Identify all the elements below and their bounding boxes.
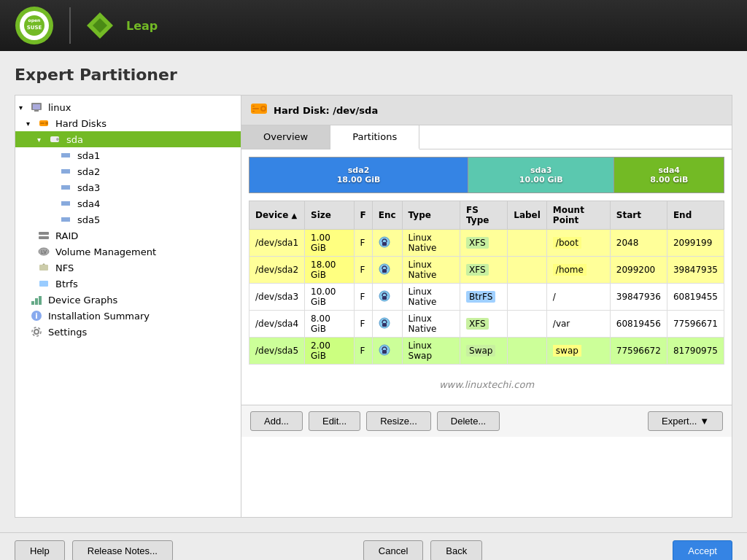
sidebar-item-volume-mgmt[interactable]: LV Volume Management [15, 244, 241, 260]
col-device[interactable]: Device ▲ [249, 201, 305, 230]
svg-point-32 [32, 327, 41, 336]
table-row[interactable]: /dev/sda5 2.00 GiB F Linux Swap Swap swa… [249, 338, 724, 365]
svg-rect-28 [39, 296, 42, 305]
add-button[interactable]: Add... [250, 411, 303, 431]
col-type[interactable]: Type [402, 201, 460, 230]
sidebar-item-raid[interactable]: RAID [15, 228, 241, 244]
cell-end: 39847935 [667, 257, 724, 284]
cell-end: 2099199 [667, 230, 724, 257]
header-divider [69, 7, 71, 44]
partition-icon-sda2 [60, 166, 74, 177]
svg-rect-17 [61, 185, 70, 190]
cancel-button[interactable]: Cancel [363, 540, 423, 560]
opensuse-logo-svg: open SUSE [15, 6, 55, 46]
col-size[interactable]: Size [305, 201, 354, 230]
cell-label [508, 284, 547, 311]
cell-size: 10.00 GiB [305, 284, 354, 311]
expert-button[interactable]: Expert... ▼ [648, 411, 723, 431]
table-row[interactable]: /dev/sda4 8.00 GiB F Linux Native XFS /v… [249, 311, 724, 338]
sidebar-item-btrfs[interactable]: Btrfs [15, 276, 241, 292]
sidebar-item-nfs[interactable]: NFS [15, 260, 241, 276]
svg-rect-44 [382, 296, 387, 300]
partition-table: Device ▲ Size F Enc Type FS Type Label M… [249, 201, 724, 365]
page-title: Expert Partitioner [15, 66, 732, 84]
right-panel: Hard Disk: /dev/sda Overview Partitions … [241, 95, 732, 518]
table-row[interactable]: /dev/sda2 18.00 GiB F Linux Native XFS /… [249, 257, 724, 284]
sidebar-item-sda2[interactable]: sda2 [15, 163, 241, 179]
sidebar-item-hard-disks[interactable]: ▾ Hard Disks [15, 115, 241, 131]
cell-type: Linux Swap [402, 338, 460, 365]
edit-button[interactable]: Edit... [309, 411, 360, 431]
cell-start: 2048 [610, 230, 667, 257]
back-button[interactable]: Back [430, 540, 482, 560]
disk-icon [49, 133, 63, 145]
bottom-actions: Add... Edit... Resize... Delete... Exper… [241, 405, 732, 437]
cell-enc [372, 257, 402, 284]
sidebar-item-linux[interactable]: ▾ linux [15, 99, 241, 115]
sidebar-item-sda[interactable]: ▾ sda [15, 131, 241, 147]
cell-size: 1.00 GiB [305, 230, 354, 257]
release-notes-button[interactable]: Release Notes... [72, 540, 173, 560]
col-mount[interactable]: Mount Point [546, 201, 610, 230]
table-row[interactable]: /dev/sda1 1.00 GiB F Linux Native XFS /b… [249, 230, 724, 257]
cell-label [508, 311, 547, 338]
cell-enc [372, 230, 402, 257]
tab-overview[interactable]: Overview [241, 125, 330, 149]
leap-logo: Leap [85, 11, 158, 40]
expert-btn-container: Expert... ▼ [648, 411, 723, 431]
svg-rect-18 [61, 201, 70, 206]
tab-partitions[interactable]: Partitions [330, 125, 419, 149]
cell-f: F [354, 338, 372, 365]
svg-text:SUSE: SUSE [27, 25, 42, 31]
table-body: /dev/sda1 1.00 GiB F Linux Native XFS /b… [249, 230, 724, 365]
sidebar-label-btrfs: Btrfs [55, 279, 78, 289]
hd-icon-panel [250, 101, 268, 119]
cell-fstype: BtrFS [460, 284, 508, 311]
col-end[interactable]: End [667, 201, 724, 230]
cell-f: F [354, 230, 372, 257]
table-row[interactable]: /dev/sda3 10.00 GiB F Linux Native BtrFS… [249, 284, 724, 311]
cell-type: Linux Native [402, 230, 460, 257]
svg-rect-8 [33, 104, 40, 109]
svg-rect-40 [382, 242, 387, 246]
accept-button[interactable]: Accept [673, 540, 732, 560]
sidebar-item-settings[interactable]: Settings [15, 324, 241, 340]
sidebar-label-sda2: sda2 [77, 166, 100, 177]
sidebar-label-sda4: sda4 [77, 198, 100, 209]
cell-size: 18.00 GiB [305, 257, 354, 284]
svg-rect-21 [39, 236, 49, 239]
help-button[interactable]: Help [15, 540, 65, 560]
tree-arrow-harddisks: ▾ [26, 120, 38, 128]
col-enc[interactable]: Enc [372, 201, 402, 230]
col-f[interactable]: F [354, 201, 372, 230]
sidebar-item-sda5[interactable]: sda5 [15, 211, 241, 228]
col-label[interactable]: Label [508, 201, 547, 230]
sidebar-item-sda1[interactable]: sda1 [15, 147, 241, 163]
table-header-row: Device ▲ Size F Enc Type FS Type Label M… [249, 201, 724, 230]
svg-rect-46 [382, 323, 387, 327]
cell-start: 39847936 [610, 284, 667, 311]
svg-text:open: open [28, 18, 41, 23]
sidebar-item-sda4[interactable]: sda4 [15, 195, 241, 211]
svg-rect-9 [34, 110, 39, 112]
disk-visualization: sda2 18.00 GiB sda3 10.00 GiB sda4 8.00 … [249, 157, 724, 193]
cell-fstype: Swap [460, 338, 508, 365]
svg-rect-38 [252, 111, 255, 112]
cell-start: 2099200 [610, 257, 667, 284]
sidebar-item-install-summary[interactable]: i Installation Summary [15, 308, 241, 324]
col-start[interactable]: Start [610, 201, 667, 230]
cell-mount: /var [546, 311, 610, 338]
disk-seg-sda2: sda2 18.00 GiB [249, 158, 468, 192]
col-fstype[interactable]: FS Type [460, 201, 508, 230]
svg-text:i: i [35, 312, 37, 320]
svg-rect-19 [61, 217, 70, 222]
sidebar-item-device-graphs[interactable]: Device Graphs [15, 292, 241, 308]
sidebar-item-sda3[interactable]: sda3 [15, 179, 241, 195]
cell-size: 8.00 GiB [305, 311, 354, 338]
svg-rect-42 [382, 269, 387, 273]
resize-button[interactable]: Resize... [366, 411, 431, 431]
disk-seg-sda3: sda3 10.00 GiB [468, 158, 614, 192]
sidebar-label-linux: linux [48, 102, 71, 113]
delete-button[interactable]: Delete... [437, 411, 500, 431]
cell-start: 77596672 [610, 338, 667, 365]
